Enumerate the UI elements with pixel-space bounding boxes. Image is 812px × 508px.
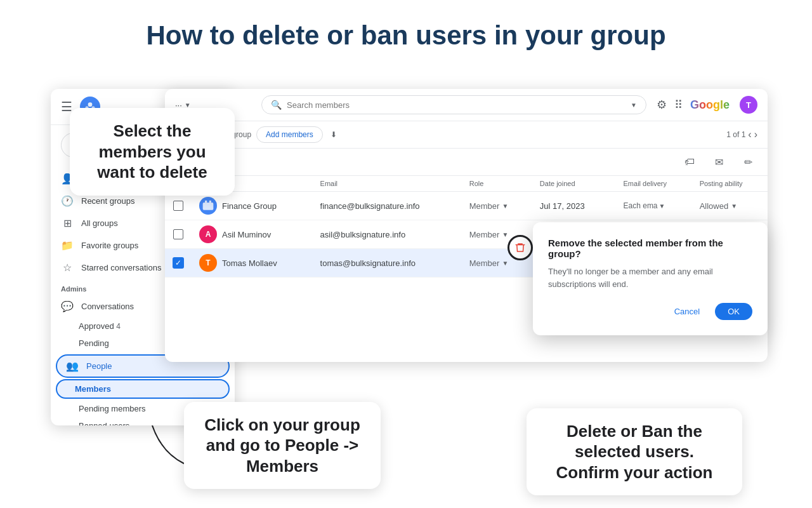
callout-click-text: Click on your group and go to People -> …	[199, 415, 365, 477]
action-row: 🏷 ✉ ✏	[165, 149, 768, 176]
callout-click: Click on your group and go to People -> …	[184, 402, 381, 490]
next-page-button[interactable]: ›	[754, 129, 757, 140]
hamburger-icon[interactable]: ☰	[61, 99, 72, 114]
dialog-body: They'll no longer be a member and any em…	[548, 265, 752, 290]
edit-icon[interactable]: ✏	[738, 152, 757, 171]
col-date: Date joined	[532, 176, 616, 192]
row-checkbox-finance[interactable]	[165, 192, 192, 220]
download-icon[interactable]: ⬇	[331, 130, 337, 139]
approved-count: 4	[116, 322, 121, 331]
row-email-asil: asil@bulksignature.info	[313, 220, 462, 249]
dialog-buttons: Cancel OK	[548, 303, 752, 320]
sidebar-item-label: Starred conversations	[81, 263, 161, 272]
avatar[interactable]: T	[740, 96, 757, 114]
sub-header: members · 1 subgroup Add members ⬇ 1 of …	[165, 121, 768, 149]
starred-icon: ☆	[61, 262, 74, 274]
grid-icon[interactable]: ⠿	[674, 98, 683, 112]
members-label: Members	[75, 384, 111, 394]
member-name: Finance Group	[222, 201, 277, 211]
members-header: ··· ▼ 🔍 ▼ ⚙ ⠿ Google T	[165, 89, 768, 121]
callout-select: Select the members you want to delete	[70, 108, 235, 196]
row-delivery-finance: Each ema ▼	[616, 192, 692, 220]
google-logo: Google	[690, 98, 730, 112]
ok-button[interactable]: OK	[715, 303, 752, 320]
member-avatar-finance	[199, 197, 217, 215]
header-icons: ⚙ ⠿ Google T	[657, 96, 757, 114]
sidebar-item-label: Favorite groups	[81, 241, 138, 250]
screenshot-area: ☰ + New topic 👤 My groups 🕐 Recent g	[38, 76, 774, 495]
member-avatar-asil: A	[199, 225, 217, 243]
search-dropdown-arrow: ▼	[631, 102, 637, 109]
people-label: People	[86, 361, 112, 371]
recent-groups-icon: 🕐	[61, 195, 74, 207]
search-icon: 🔍	[271, 100, 282, 110]
member-avatar-tomas: T	[199, 254, 217, 272]
sidebar-subitem-members[interactable]: Members	[56, 379, 230, 399]
page-title: How to delete or ban users in your group	[0, 0, 812, 64]
gear-icon[interactable]: ⚙	[657, 98, 667, 112]
email-action-icon[interactable]: ✉	[709, 152, 728, 171]
callout-delete-text: Delete or Ban the selected users. Confir…	[542, 421, 727, 483]
row-name-tomas: T Tomas Mollaev	[192, 249, 313, 277]
callout-delete: Delete or Ban the selected users. Confir…	[527, 408, 742, 496]
pending-label: Pending	[79, 338, 109, 348]
group-dropdown-arrow: ▼	[185, 102, 191, 109]
approved-label: Approved	[79, 321, 114, 331]
row-date-finance: Jul 17, 2023	[532, 192, 616, 220]
cancel-button[interactable]: Cancel	[667, 303, 707, 320]
member-name: Asil Muminov	[222, 230, 271, 239]
row-posting-finance: Allowed ▼	[692, 192, 768, 220]
sidebar-item-label: All groups	[81, 218, 118, 228]
unchecked-box[interactable]	[173, 201, 183, 211]
prev-page-button[interactable]: ‹	[748, 129, 751, 140]
svg-rect-5	[209, 201, 211, 203]
callout-select-text: Select the members you want to delete	[85, 121, 219, 183]
row-email-tomas: tomas@bulksignature.info	[313, 249, 462, 277]
row-checkbox-asil[interactable]	[165, 220, 192, 249]
checked-box[interactable]: ✓	[173, 257, 184, 269]
svg-rect-4	[205, 201, 207, 203]
all-groups-icon: ⊞	[61, 217, 74, 229]
member-name: Tomas Mollaev	[222, 258, 277, 268]
favorite-groups-icon: 📁	[61, 239, 74, 251]
table-header-row: Name Email Role Date joined Email delive…	[165, 176, 768, 192]
col-role: Role	[462, 176, 532, 192]
sidebar-item-label: Recent groups	[81, 196, 135, 206]
table-row[interactable]: Finance Group finance@bulksignature.info…	[165, 192, 768, 220]
unchecked-box[interactable]	[173, 229, 183, 239]
conversations-label: Conversations	[81, 302, 134, 311]
label-icon[interactable]: 🏷	[680, 152, 699, 171]
people-icon: 👥	[66, 360, 79, 372]
banned-users-label: Banned users	[79, 421, 129, 425]
svg-point-0	[88, 102, 93, 107]
row-checkbox-tomas[interactable]: ✓	[165, 249, 192, 277]
row-email-finance: finance@bulksignature.info	[313, 192, 462, 220]
delete-action-circle[interactable]	[508, 235, 533, 260]
svg-rect-3	[203, 203, 214, 210]
pending-members-label: Pending members	[79, 404, 146, 413]
search-input[interactable]	[287, 100, 625, 110]
page-info: 1 of 1	[726, 130, 745, 139]
dialog-title: Remove the selected member from the grou…	[548, 237, 752, 259]
add-members-button[interactable]: Add members	[256, 126, 323, 143]
col-delivery: Email delivery	[616, 176, 692, 192]
search-bar[interactable]: 🔍 ▼	[261, 95, 646, 114]
row-name-asil: A Asil Muminov	[192, 220, 313, 249]
col-posting: Posting ability	[692, 176, 768, 192]
remove-member-dialog: Remove the selected member from the grou…	[533, 222, 768, 335]
row-name-finance: Finance Group	[192, 192, 313, 220]
conversations-icon: 💬	[61, 300, 74, 312]
row-role-finance: Member ▼	[462, 192, 532, 220]
page-nav: 1 of 1 ‹ ›	[726, 129, 757, 140]
col-email: Email	[313, 176, 462, 192]
